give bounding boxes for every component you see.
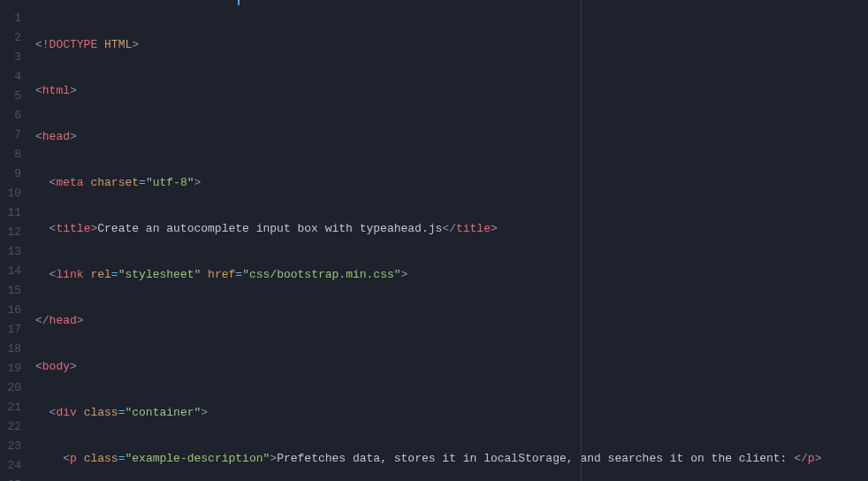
line-number: 9 (0, 164, 21, 184)
line-number: 23 (0, 437, 21, 456)
code-line[interactable]: <head> (35, 127, 868, 147)
column-ruler (581, 0, 582, 481)
code-line[interactable]: <link rel="stylesheet" href="css/bootstr… (35, 265, 868, 285)
line-number: 25 (0, 476, 21, 481)
line-number: 13 (0, 242, 21, 262)
code-line[interactable]: <p class="example-description">Prefetche… (35, 449, 868, 469)
line-number: 15 (0, 281, 21, 301)
line-number: 7 (0, 126, 21, 145)
line-number: 17 (0, 320, 21, 340)
line-number: 24 (0, 456, 21, 476)
line-number: 1 (0, 9, 21, 28)
code-line[interactable]: </head> (35, 311, 868, 331)
code-line[interactable]: <meta charset="utf-8"> (35, 173, 868, 193)
line-number: 11 (0, 203, 21, 223)
line-number: 6 (0, 106, 21, 126)
line-number: 19 (0, 359, 21, 378)
code-line[interactable]: <body> (35, 357, 868, 377)
line-number: 8 (0, 145, 21, 164)
line-number: 18 (0, 340, 21, 359)
line-number: 20 (0, 378, 21, 398)
line-number: 4 (0, 67, 21, 87)
line-number: 14 (0, 262, 21, 281)
code-line[interactable]: <html> (35, 81, 868, 101)
line-number: 5 (0, 87, 21, 106)
line-number: 3 (0, 48, 21, 67)
line-number: 21 (0, 398, 21, 417)
line-number: 16 (0, 301, 21, 320)
line-number-gutter: 1234567891011121314151617181920212223242… (0, 0, 30, 481)
line-number: 2 (0, 28, 21, 48)
line-number: 10 (0, 184, 21, 203)
line-number: 12 (0, 223, 21, 242)
code-line[interactable]: <div class="container"> (35, 403, 868, 423)
code-editor[interactable]: 1234567891011121314151617181920212223242… (0, 0, 868, 481)
code-line[interactable]: <!DOCTYPE HTML> (35, 35, 868, 55)
code-area[interactable]: <!DOCTYPE HTML> <html> <head> <meta char… (30, 0, 868, 481)
line-number: 22 (0, 417, 21, 437)
code-line[interactable]: <title>Create an autocomplete input box … (35, 219, 868, 239)
top-mark (238, 0, 240, 5)
